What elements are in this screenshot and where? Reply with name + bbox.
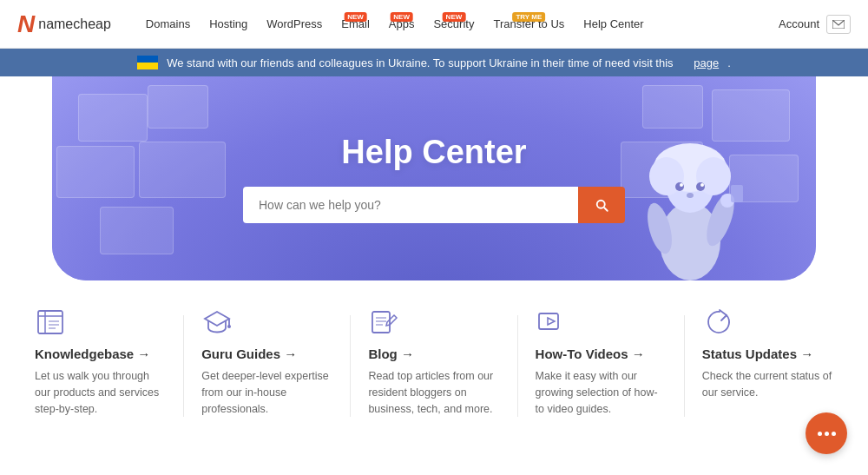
divider-1	[183, 315, 184, 417]
flag-blue	[137, 56, 158, 63]
card-blog: Blog → Read top articles from our reside…	[368, 307, 499, 417]
pencil-icon	[368, 307, 399, 338]
divider-2	[350, 315, 351, 417]
knowledgebase-title[interactable]: Knowledgebase →	[35, 346, 150, 361]
nav-item-helpcenter[interactable]: Help Center	[575, 12, 652, 36]
logo-letter: N	[17, 10, 35, 38]
video-icon	[536, 307, 567, 338]
blog-desc: Read top articles from our resident blog…	[368, 368, 499, 417]
nav-item-email[interactable]: NEW Email	[332, 12, 378, 36]
character-illustration	[625, 89, 746, 280]
graduation-icon	[201, 307, 233, 338]
svg-point-12	[687, 193, 694, 198]
svg-rect-15	[38, 311, 62, 333]
nav-item-wordpress[interactable]: WordPress	[258, 12, 331, 36]
hero-title: Help Center	[341, 134, 526, 171]
card-knowledgebase: Knowledgebase → Let us walk you through …	[35, 307, 166, 417]
hero-section: Help Center	[52, 76, 816, 280]
divider-4	[684, 315, 685, 417]
status-updates-desc: Check the current status of our service.	[702, 368, 833, 401]
chat-button[interactable]	[806, 412, 847, 454]
deco-screen-5	[100, 207, 174, 254]
flag-yellow	[137, 63, 158, 69]
how-to-videos-desc: Make it easy with our growing selection …	[536, 368, 667, 417]
how-to-videos-title[interactable]: How-To Videos →	[536, 346, 645, 361]
card-status-updates: Status Updates → Check the current statu…	[702, 307, 833, 417]
svg-point-8	[675, 182, 684, 191]
guru-guides-desc: Get deeper-level expertise from our in-h…	[201, 368, 332, 417]
card-how-to-videos: How-To Videos → Make it easy with our gr…	[536, 307, 667, 417]
nav-item-transfer[interactable]: TRY ME Transfer to Us	[484, 12, 573, 36]
logo-text: namecheap	[38, 16, 111, 32]
apps-badge: NEW	[390, 12, 413, 22]
svg-point-11	[700, 183, 704, 187]
deco-screen-3	[148, 85, 208, 129]
header: N namecheap Domains Hosting WordPress NE…	[0, 0, 868, 49]
deco-screen-2	[56, 146, 135, 198]
ukraine-flag	[137, 56, 158, 69]
nav-item-hosting[interactable]: Hosting	[201, 12, 256, 36]
svg-point-10	[680, 183, 683, 187]
book-icon	[35, 307, 66, 338]
security-badge: NEW	[443, 12, 466, 22]
chat-dot-3	[832, 432, 836, 436]
chat-dot-2	[825, 432, 829, 436]
svg-point-9	[696, 182, 705, 191]
mail-icon[interactable]	[826, 15, 851, 34]
knowledgebase-desc: Let us walk you through our products and…	[35, 368, 166, 417]
search-input[interactable]	[243, 187, 578, 223]
nav-item-security[interactable]: NEW Security	[424, 12, 483, 36]
nav-right: Account	[779, 15, 851, 34]
email-badge: NEW	[344, 12, 367, 22]
logo[interactable]: N namecheap	[17, 10, 111, 38]
transfer-badge: TRY ME	[512, 12, 545, 22]
nav-item-apps[interactable]: NEW Apps	[380, 12, 424, 36]
chat-dots	[818, 432, 836, 436]
cards-section: Knowledgebase → Let us walk you through …	[0, 280, 868, 434]
ukraine-banner: We stand with our friends and colleagues…	[0, 49, 868, 76]
refresh-icon	[702, 307, 733, 338]
card-guru-guides: Guru Guides → Get deeper-level expertise…	[201, 307, 332, 417]
svg-marker-29	[548, 318, 555, 325]
search-bar	[243, 187, 625, 223]
deco-screen-4	[139, 142, 226, 198]
chat-dot-1	[818, 432, 822, 436]
guru-guides-title[interactable]: Guru Guides →	[201, 346, 297, 361]
svg-rect-14	[731, 185, 743, 202]
envelope-icon	[832, 20, 845, 29]
svg-point-23	[227, 325, 231, 328]
divider-3	[517, 315, 518, 417]
search-icon	[594, 197, 609, 213]
blog-title[interactable]: Blog →	[368, 346, 414, 361]
search-button[interactable]	[578, 187, 625, 223]
main-nav: Domains Hosting WordPress NEW Email NEW …	[137, 12, 779, 36]
deco-screen-1	[78, 94, 148, 142]
account-button[interactable]: Account	[779, 17, 819, 30]
character-svg	[625, 89, 746, 280]
banner-link[interactable]: page	[694, 56, 719, 69]
banner-text: We stand with our friends and colleagues…	[167, 56, 673, 69]
status-updates-title[interactable]: Status Updates →	[702, 346, 813, 361]
nav-item-domains[interactable]: Domains	[137, 12, 199, 36]
